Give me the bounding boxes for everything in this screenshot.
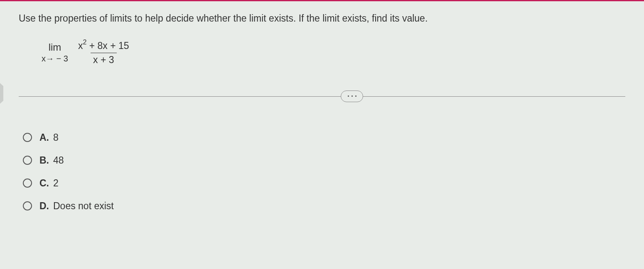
ellipsis-icon	[355, 95, 356, 97]
option-b[interactable]: B. 48	[23, 155, 625, 166]
option-text: 8	[53, 132, 59, 143]
option-label: C.	[39, 178, 49, 189]
numerator-rest: + 8x + 15	[86, 40, 129, 51]
denominator: x + 3	[91, 53, 117, 66]
limit-operator: lim x→ − 3	[42, 42, 68, 64]
numerator-var: x	[78, 40, 83, 51]
ellipsis-icon	[348, 95, 349, 97]
ellipsis-icon	[351, 95, 353, 97]
radio-d[interactable]	[23, 201, 32, 210]
question-prompt: Use the properties of limits to help dec…	[19, 12, 625, 25]
option-text: 2	[53, 178, 59, 189]
radio-a[interactable]	[23, 133, 32, 142]
lim-text: lim	[49, 42, 61, 53]
numerator: x2 + 8x + 15	[76, 39, 132, 53]
radio-c[interactable]	[23, 179, 32, 188]
more-button[interactable]	[341, 90, 363, 102]
fraction: x2 + 8x + 15 x + 3	[76, 39, 132, 66]
divider-row	[19, 90, 625, 103]
option-d[interactable]: D. Does not exist	[23, 201, 625, 212]
lim-subscript: x→ − 3	[42, 54, 68, 64]
option-text: Does not exist	[53, 201, 114, 212]
option-text: 48	[53, 155, 64, 166]
option-label: A.	[39, 132, 49, 143]
numerator-exponent: 2	[83, 39, 86, 46]
question-container: Use the properties of limits to help dec…	[0, 0, 644, 212]
radio-b[interactable]	[23, 156, 32, 165]
limit-expression: lim x→ − 3 x2 + 8x + 15 x + 3	[42, 39, 625, 66]
option-a[interactable]: A. 8	[23, 132, 625, 143]
option-label: D.	[39, 201, 49, 212]
horizontal-rule	[19, 96, 625, 97]
option-label: B.	[39, 155, 49, 166]
options-list: A. 8 B. 48 C. 2 D. Does not exist	[23, 132, 625, 212]
option-c[interactable]: C. 2	[23, 178, 625, 189]
left-edge-decoration	[0, 83, 3, 104]
